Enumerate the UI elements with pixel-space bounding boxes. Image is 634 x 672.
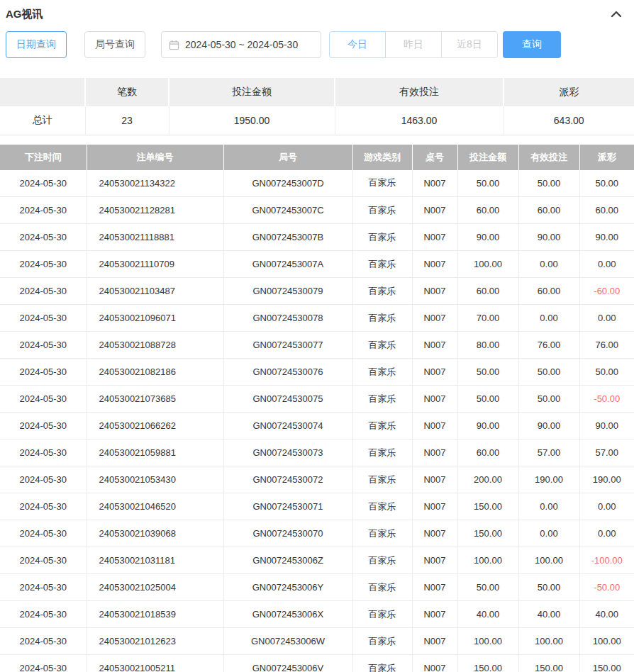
cell-date: 2024-05-30 bbox=[0, 628, 87, 655]
cell-amount: 60.00 bbox=[457, 439, 518, 466]
bet-records-table: 下注时间 注单编号 局号 游戏类别 桌号 投注金额 有效投注 派彩 2024-0… bbox=[0, 145, 634, 672]
table-row: 2024-05-30240530021031181GN0072453006Z百家… bbox=[0, 547, 634, 574]
cell-amount: 50.00 bbox=[457, 359, 518, 386]
cell-payout: 150.00 bbox=[579, 655, 634, 672]
cell-payout: 50.00 bbox=[579, 359, 634, 386]
cell-bet-id: 240530021088728 bbox=[87, 332, 223, 359]
cell-date: 2024-05-30 bbox=[0, 466, 87, 493]
cell-valid: 50.00 bbox=[518, 359, 579, 386]
cell-amount: 150.00 bbox=[457, 493, 518, 520]
cell-bet-id: 240530021066262 bbox=[87, 413, 223, 439]
collapse-chevron-icon[interactable] bbox=[610, 8, 623, 21]
table-row: 2024-05-30240530021073685GN00724530075百家… bbox=[0, 386, 634, 413]
cell-date: 2024-05-30 bbox=[0, 332, 87, 359]
table-row: 2024-05-30240530021039068GN00724530070百家… bbox=[0, 520, 634, 547]
table-row: 2024-05-30240530021018539GN0072453006X百家… bbox=[0, 601, 634, 628]
cell-table-no: N007 bbox=[412, 520, 457, 547]
cell-payout: 0.00 bbox=[579, 305, 634, 332]
cell-date: 2024-05-30 bbox=[0, 547, 87, 574]
cell-date: 2024-05-30 bbox=[0, 574, 87, 601]
cell-table-no: N007 bbox=[412, 413, 457, 439]
bet-table-body: 2024-05-30240530021134322GN0072453007D百家… bbox=[0, 170, 634, 672]
cell-payout: -50.00 bbox=[579, 386, 634, 413]
cell-valid: 50.00 bbox=[518, 574, 579, 601]
cell-payout: -60.00 bbox=[579, 278, 634, 305]
table-row: 2024-05-30240530021082186GN00724530076百家… bbox=[0, 359, 634, 386]
cell-bet-id: 240530021134322 bbox=[87, 170, 223, 197]
today-button[interactable]: 今日 bbox=[329, 31, 386, 58]
header-payout: 派彩 bbox=[579, 145, 634, 170]
yesterday-button[interactable]: 昨日 bbox=[385, 31, 442, 58]
cell-amount: 200.00 bbox=[457, 466, 518, 493]
quick-range-group: 今日 昨日 近8日 bbox=[329, 31, 498, 58]
header-bet-amount: 投注金额 bbox=[457, 145, 518, 170]
cell-game: 百家乐 bbox=[352, 655, 412, 672]
cell-round-id: GN0072453007A bbox=[223, 251, 352, 278]
summary-total-label: 总计 bbox=[0, 106, 85, 135]
cell-amount: 50.00 bbox=[457, 574, 518, 601]
summary-header-valid-bet: 有效投注 bbox=[335, 78, 504, 106]
cell-round-id: GN00724530078 bbox=[223, 305, 352, 332]
cell-game: 百家乐 bbox=[352, 574, 412, 601]
cell-game: 百家乐 bbox=[352, 359, 412, 386]
summary-total-count: 23 bbox=[85, 106, 169, 135]
search-button[interactable]: 查询 bbox=[503, 31, 561, 58]
cell-round-id: GN00724530079 bbox=[223, 278, 352, 305]
date-range-input[interactable]: 2024-05-30 ~ 2024-05-30 bbox=[161, 31, 321, 58]
cell-round-id: GN00724530076 bbox=[223, 359, 352, 386]
cell-bet-id: 240530021053430 bbox=[87, 466, 223, 493]
filter-bar: 日期查询 局号查询 2024-05-30 ~ 2024-05-30 今日 昨日 … bbox=[0, 23, 634, 67]
cell-table-no: N007 bbox=[412, 197, 457, 224]
cell-round-id: GN0072453006V bbox=[223, 655, 352, 672]
round-query-button[interactable]: 局号查询 bbox=[84, 31, 145, 58]
summary-header-blank bbox=[0, 78, 85, 106]
cell-valid: 0.00 bbox=[518, 305, 579, 332]
cell-valid: 0.00 bbox=[518, 520, 579, 547]
cell-table-no: N007 bbox=[412, 224, 457, 251]
cell-round-id: GN00724530071 bbox=[223, 493, 352, 520]
cell-payout: -50.00 bbox=[579, 574, 634, 601]
cell-payout: 57.00 bbox=[579, 439, 634, 466]
cell-date: 2024-05-30 bbox=[0, 439, 87, 466]
cell-bet-id: 240530021005211 bbox=[87, 655, 223, 672]
cell-bet-id: 240530021018539 bbox=[87, 601, 223, 628]
cell-round-id: GN00724530077 bbox=[223, 332, 352, 359]
cell-valid: 100.00 bbox=[518, 547, 579, 574]
cell-round-id: GN00724530074 bbox=[223, 413, 352, 439]
cell-game: 百家乐 bbox=[352, 547, 412, 574]
cell-payout: 50.00 bbox=[579, 170, 634, 197]
cell-payout: 76.00 bbox=[579, 332, 634, 359]
summary-header-bet-amount: 投注金额 bbox=[169, 78, 335, 106]
cell-bet-id: 240530021103487 bbox=[87, 278, 223, 305]
calendar-icon bbox=[169, 40, 179, 50]
cell-table-no: N007 bbox=[412, 547, 457, 574]
date-range-value: 2024-05-30 ~ 2024-05-30 bbox=[185, 39, 298, 50]
cell-game: 百家乐 bbox=[352, 601, 412, 628]
cell-date: 2024-05-30 bbox=[0, 359, 87, 386]
table-row: 2024-05-30240530021059881GN00724530073百家… bbox=[0, 439, 634, 466]
last8days-button[interactable]: 近8日 bbox=[441, 31, 498, 58]
cell-game: 百家乐 bbox=[352, 224, 412, 251]
cell-valid: 40.00 bbox=[518, 601, 579, 628]
summary-total-payout: 643.00 bbox=[504, 106, 634, 135]
date-query-button[interactable]: 日期查询 bbox=[6, 31, 67, 58]
cell-bet-id: 240530021039068 bbox=[87, 520, 223, 547]
cell-date: 2024-05-30 bbox=[0, 170, 87, 197]
cell-valid: 57.00 bbox=[518, 439, 579, 466]
table-row: 2024-05-30240530021025004GN0072453006Y百家… bbox=[0, 574, 634, 601]
cell-payout: 40.00 bbox=[579, 601, 634, 628]
cell-amount: 60.00 bbox=[457, 197, 518, 224]
cell-round-id: GN00724530073 bbox=[223, 439, 352, 466]
cell-amount: 50.00 bbox=[457, 386, 518, 413]
cell-date: 2024-05-30 bbox=[0, 413, 87, 439]
cell-game: 百家乐 bbox=[352, 520, 412, 547]
summary-total-row: 总计 23 1950.00 1463.00 643.00 bbox=[0, 106, 634, 135]
cell-amount: 40.00 bbox=[457, 601, 518, 628]
ag-video-report-panel: AG视讯 日期查询 局号查询 2024-05-30 ~ 2024-05-30 今… bbox=[0, 0, 634, 672]
cell-payout: 90.00 bbox=[579, 413, 634, 439]
table-row: 2024-05-30240530021118881GN0072453007B百家… bbox=[0, 224, 634, 251]
cell-table-no: N007 bbox=[412, 493, 457, 520]
chevron-up-icon bbox=[611, 10, 622, 18]
cell-table-no: N007 bbox=[412, 359, 457, 386]
cell-bet-id: 240530021025004 bbox=[87, 574, 223, 601]
